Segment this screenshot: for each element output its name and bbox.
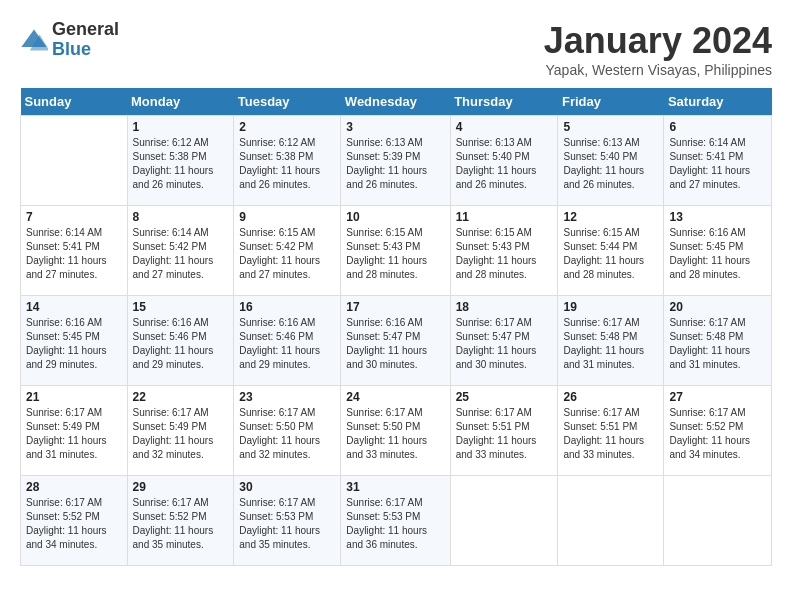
calendar-cell: 18Sunrise: 6:17 AMSunset: 5:47 PMDayligh… — [450, 296, 558, 386]
day-detail: Sunrise: 6:12 AMSunset: 5:38 PMDaylight:… — [133, 136, 229, 192]
day-detail: Sunrise: 6:17 AMSunset: 5:52 PMDaylight:… — [26, 496, 122, 552]
calendar-cell: 12Sunrise: 6:15 AMSunset: 5:44 PMDayligh… — [558, 206, 664, 296]
week-row-4: 21Sunrise: 6:17 AMSunset: 5:49 PMDayligh… — [21, 386, 772, 476]
day-detail: Sunrise: 6:15 AMSunset: 5:44 PMDaylight:… — [563, 226, 658, 282]
day-number: 8 — [133, 210, 229, 224]
weekday-header-friday: Friday — [558, 88, 664, 116]
calendar-cell: 29Sunrise: 6:17 AMSunset: 5:52 PMDayligh… — [127, 476, 234, 566]
day-detail: Sunrise: 6:16 AMSunset: 5:45 PMDaylight:… — [26, 316, 122, 372]
calendar-cell: 17Sunrise: 6:16 AMSunset: 5:47 PMDayligh… — [341, 296, 450, 386]
calendar-cell — [558, 476, 664, 566]
calendar-cell: 25Sunrise: 6:17 AMSunset: 5:51 PMDayligh… — [450, 386, 558, 476]
day-detail: Sunrise: 6:17 AMSunset: 5:50 PMDaylight:… — [346, 406, 444, 462]
calendar-cell: 30Sunrise: 6:17 AMSunset: 5:53 PMDayligh… — [234, 476, 341, 566]
calendar-cell: 20Sunrise: 6:17 AMSunset: 5:48 PMDayligh… — [664, 296, 772, 386]
day-detail: Sunrise: 6:13 AMSunset: 5:40 PMDaylight:… — [563, 136, 658, 192]
logo-icon — [20, 26, 48, 54]
day-number: 1 — [133, 120, 229, 134]
week-row-3: 14Sunrise: 6:16 AMSunset: 5:45 PMDayligh… — [21, 296, 772, 386]
day-detail: Sunrise: 6:17 AMSunset: 5:48 PMDaylight:… — [669, 316, 766, 372]
day-number: 10 — [346, 210, 444, 224]
calendar-cell — [664, 476, 772, 566]
calendar-cell: 1Sunrise: 6:12 AMSunset: 5:38 PMDaylight… — [127, 116, 234, 206]
calendar-cell: 23Sunrise: 6:17 AMSunset: 5:50 PMDayligh… — [234, 386, 341, 476]
logo-general: General — [52, 20, 119, 40]
calendar-cell: 4Sunrise: 6:13 AMSunset: 5:40 PMDaylight… — [450, 116, 558, 206]
day-detail: Sunrise: 6:12 AMSunset: 5:38 PMDaylight:… — [239, 136, 335, 192]
day-number: 3 — [346, 120, 444, 134]
calendar-cell: 16Sunrise: 6:16 AMSunset: 5:46 PMDayligh… — [234, 296, 341, 386]
day-detail: Sunrise: 6:17 AMSunset: 5:51 PMDaylight:… — [563, 406, 658, 462]
calendar-cell: 3Sunrise: 6:13 AMSunset: 5:39 PMDaylight… — [341, 116, 450, 206]
day-number: 16 — [239, 300, 335, 314]
day-detail: Sunrise: 6:17 AMSunset: 5:49 PMDaylight:… — [26, 406, 122, 462]
calendar-cell: 14Sunrise: 6:16 AMSunset: 5:45 PMDayligh… — [21, 296, 128, 386]
calendar-cell: 9Sunrise: 6:15 AMSunset: 5:42 PMDaylight… — [234, 206, 341, 296]
day-detail: Sunrise: 6:13 AMSunset: 5:39 PMDaylight:… — [346, 136, 444, 192]
calendar-cell: 27Sunrise: 6:17 AMSunset: 5:52 PMDayligh… — [664, 386, 772, 476]
day-number: 7 — [26, 210, 122, 224]
day-detail: Sunrise: 6:14 AMSunset: 5:42 PMDaylight:… — [133, 226, 229, 282]
day-number: 24 — [346, 390, 444, 404]
day-number: 9 — [239, 210, 335, 224]
calendar-cell: 2Sunrise: 6:12 AMSunset: 5:38 PMDaylight… — [234, 116, 341, 206]
calendar-cell: 31Sunrise: 6:17 AMSunset: 5:53 PMDayligh… — [341, 476, 450, 566]
day-number: 26 — [563, 390, 658, 404]
logo-blue: Blue — [52, 40, 119, 60]
weekday-header-row: SundayMondayTuesdayWednesdayThursdayFrid… — [21, 88, 772, 116]
day-number: 6 — [669, 120, 766, 134]
weekday-header-saturday: Saturday — [664, 88, 772, 116]
week-row-1: 1Sunrise: 6:12 AMSunset: 5:38 PMDaylight… — [21, 116, 772, 206]
day-number: 28 — [26, 480, 122, 494]
calendar-cell: 15Sunrise: 6:16 AMSunset: 5:46 PMDayligh… — [127, 296, 234, 386]
day-detail: Sunrise: 6:13 AMSunset: 5:40 PMDaylight:… — [456, 136, 553, 192]
calendar-cell: 28Sunrise: 6:17 AMSunset: 5:52 PMDayligh… — [21, 476, 128, 566]
calendar-cell: 6Sunrise: 6:14 AMSunset: 5:41 PMDaylight… — [664, 116, 772, 206]
day-number: 22 — [133, 390, 229, 404]
day-detail: Sunrise: 6:16 AMSunset: 5:46 PMDaylight:… — [133, 316, 229, 372]
weekday-header-thursday: Thursday — [450, 88, 558, 116]
day-detail: Sunrise: 6:15 AMSunset: 5:43 PMDaylight:… — [346, 226, 444, 282]
day-number: 27 — [669, 390, 766, 404]
logo-text: General Blue — [52, 20, 119, 60]
day-detail: Sunrise: 6:14 AMSunset: 5:41 PMDaylight:… — [669, 136, 766, 192]
day-detail: Sunrise: 6:16 AMSunset: 5:46 PMDaylight:… — [239, 316, 335, 372]
day-number: 20 — [669, 300, 766, 314]
day-number: 13 — [669, 210, 766, 224]
calendar-cell — [450, 476, 558, 566]
calendar-cell: 21Sunrise: 6:17 AMSunset: 5:49 PMDayligh… — [21, 386, 128, 476]
calendar-cell: 8Sunrise: 6:14 AMSunset: 5:42 PMDaylight… — [127, 206, 234, 296]
calendar-cell: 11Sunrise: 6:15 AMSunset: 5:43 PMDayligh… — [450, 206, 558, 296]
calendar-cell: 22Sunrise: 6:17 AMSunset: 5:49 PMDayligh… — [127, 386, 234, 476]
week-row-5: 28Sunrise: 6:17 AMSunset: 5:52 PMDayligh… — [21, 476, 772, 566]
calendar-table: SundayMondayTuesdayWednesdayThursdayFrid… — [20, 88, 772, 566]
day-number: 19 — [563, 300, 658, 314]
title-block: January 2024 Yapak, Western Visayas, Phi… — [544, 20, 772, 78]
day-number: 21 — [26, 390, 122, 404]
page-header: General Blue January 2024 Yapak, Western… — [20, 20, 772, 78]
calendar-cell: 5Sunrise: 6:13 AMSunset: 5:40 PMDaylight… — [558, 116, 664, 206]
day-detail: Sunrise: 6:16 AMSunset: 5:45 PMDaylight:… — [669, 226, 766, 282]
calendar-cell: 10Sunrise: 6:15 AMSunset: 5:43 PMDayligh… — [341, 206, 450, 296]
calendar-subtitle: Yapak, Western Visayas, Philippines — [544, 62, 772, 78]
day-number: 17 — [346, 300, 444, 314]
day-detail: Sunrise: 6:15 AMSunset: 5:42 PMDaylight:… — [239, 226, 335, 282]
calendar-cell: 19Sunrise: 6:17 AMSunset: 5:48 PMDayligh… — [558, 296, 664, 386]
day-detail: Sunrise: 6:17 AMSunset: 5:47 PMDaylight:… — [456, 316, 553, 372]
weekday-header-monday: Monday — [127, 88, 234, 116]
day-number: 11 — [456, 210, 553, 224]
week-row-2: 7Sunrise: 6:14 AMSunset: 5:41 PMDaylight… — [21, 206, 772, 296]
calendar-cell: 26Sunrise: 6:17 AMSunset: 5:51 PMDayligh… — [558, 386, 664, 476]
calendar-cell: 13Sunrise: 6:16 AMSunset: 5:45 PMDayligh… — [664, 206, 772, 296]
day-detail: Sunrise: 6:14 AMSunset: 5:41 PMDaylight:… — [26, 226, 122, 282]
calendar-cell: 7Sunrise: 6:14 AMSunset: 5:41 PMDaylight… — [21, 206, 128, 296]
day-number: 25 — [456, 390, 553, 404]
day-detail: Sunrise: 6:17 AMSunset: 5:51 PMDaylight:… — [456, 406, 553, 462]
day-number: 2 — [239, 120, 335, 134]
day-number: 30 — [239, 480, 335, 494]
day-detail: Sunrise: 6:17 AMSunset: 5:52 PMDaylight:… — [133, 496, 229, 552]
weekday-header-sunday: Sunday — [21, 88, 128, 116]
weekday-header-wednesday: Wednesday — [341, 88, 450, 116]
calendar-cell — [21, 116, 128, 206]
day-number: 15 — [133, 300, 229, 314]
